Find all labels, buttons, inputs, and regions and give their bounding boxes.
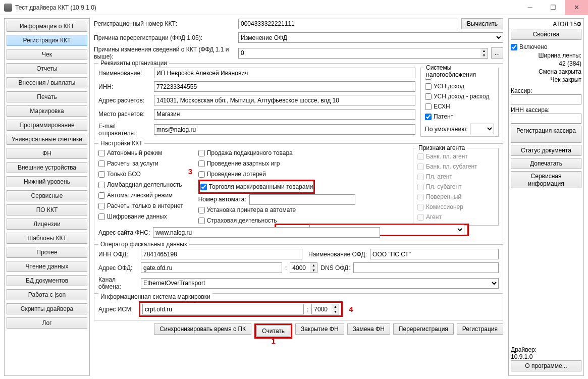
nav-item-3[interactable]: Отчеты — [7, 63, 87, 74]
tax-option-2[interactable]: УСН доход - расход — [425, 91, 494, 101]
ism-addr-input[interactable] — [142, 304, 304, 314]
kkt-b-2[interactable]: Проведение лотерей — [198, 169, 355, 179]
nav-item-20[interactable]: Скрипты драйвера — [7, 303, 87, 314]
kkt-a-4[interactable]: Автоматический режим — [98, 190, 183, 200]
nav-item-10[interactable]: Внешние устройства — [7, 162, 87, 173]
nav-item-21[interactable]: Лог — [7, 317, 87, 329]
sync-time-button[interactable]: Синхронизировать время с ПК — [154, 323, 251, 335]
annotation-4: 4 — [349, 305, 353, 313]
minimize-button[interactable]: ─ — [518, 0, 542, 15]
compute-button[interactable]: Вычислить — [461, 18, 503, 29]
close-button[interactable]: ✕ — [565, 0, 588, 15]
fns-input[interactable] — [153, 227, 380, 238]
maximize-button[interactable]: ☐ — [542, 0, 565, 15]
org-fieldset: Реквизиты организации Наименование: ИНН:… — [94, 63, 503, 140]
kkt-a-5[interactable]: Расчеты только в интернет — [98, 201, 183, 211]
agent-option-1: Банк. пл. субагент — [417, 161, 494, 172]
nav-item-12[interactable]: Сервисные — [7, 190, 87, 201]
automaton-number-input[interactable] — [249, 194, 355, 205]
service-info-button[interactable]: Сервисная информация — [511, 171, 581, 188]
kkt-a-1[interactable]: Расчеты за услуги — [98, 158, 183, 169]
ofd-inn-input[interactable] — [141, 249, 302, 259]
kkt-a-0[interactable]: Автономный режим — [98, 148, 183, 158]
ism-legend: Информационная система маркировки — [98, 293, 212, 300]
nav-item-11[interactable]: Нижний уровень — [7, 176, 87, 187]
nav-item-19[interactable]: Работа с json — [7, 289, 87, 300]
agent-legend: Признаки агента — [416, 144, 467, 151]
ofd-dns-input[interactable] — [353, 262, 499, 273]
tax-default-select[interactable] — [470, 124, 495, 134]
nav-item-9[interactable]: ФН — [7, 148, 87, 159]
tax-box: Системы налогообложения ОСНУСН доходУСН … — [420, 68, 499, 137]
nav-item-15[interactable]: Шаблоны ККТ — [7, 233, 87, 244]
ism-port-input[interactable] — [311, 304, 332, 314]
ofd-name-input[interactable] — [370, 249, 499, 259]
ofd-dns-label: DNS ОФД: — [320, 264, 350, 272]
ofd-port-input[interactable] — [290, 262, 310, 273]
ofd-port-spinner[interactable]: ▲▼ — [310, 262, 317, 273]
ofd-fieldset: Оператор фискальных данных ИНН ОФД: Наим… — [94, 244, 503, 294]
nav-item-14[interactable]: Лицензии — [7, 219, 87, 230]
tax-option-3[interactable]: ЕСХН — [425, 101, 494, 112]
cashier-label: Кассир: — [511, 87, 581, 94]
nav-item-1[interactable]: Регистрация ККТ — [7, 35, 87, 46]
ofd-addr-input[interactable] — [141, 262, 282, 273]
reg-num-input[interactable] — [238, 19, 458, 29]
kkt-a-3[interactable]: Ломбардная деятельность — [98, 180, 183, 190]
doc-status-button[interactable]: Статус документа — [511, 145, 581, 156]
nav-item-17[interactable]: Чтение данных — [7, 261, 87, 272]
about-button[interactable]: О программе... — [511, 360, 581, 371]
nav-item-2[interactable]: Чек — [7, 49, 87, 60]
close-fn-button[interactable]: Закрытие ФН — [295, 323, 344, 335]
reg-num-label: Регистрационный номер ККТ: — [94, 20, 235, 27]
kkt-b-5[interactable]: Установка принтера в автомате — [198, 205, 355, 215]
agent-box: Признаки агента Банк. пл. агентБанк. пл.… — [413, 148, 499, 226]
ism-port-spinner[interactable]: ▲▼ — [332, 304, 339, 314]
driver-version: 10.9.1.0 — [511, 353, 581, 360]
ofd-channel-select[interactable]: EthernetOverTransport — [141, 278, 499, 289]
properties-button[interactable]: Свойства — [511, 29, 581, 40]
tax-option-4[interactable]: Патент — [425, 112, 494, 122]
enabled-check[interactable]: Включено — [511, 42, 581, 52]
reg-cashier-button[interactable]: Регистрация кассира — [511, 126, 581, 143]
cashier-input[interactable] — [511, 94, 581, 104]
nav-item-13[interactable]: ПО ККТ — [7, 204, 87, 215]
cashier-inn-input[interactable] — [511, 114, 581, 124]
reg-button[interactable]: Регистрация — [457, 323, 503, 335]
nav-item-18[interactable]: БД документов — [7, 275, 87, 286]
nav-item-7[interactable]: Программирование — [7, 120, 87, 131]
replace-fn-button[interactable]: Замена ФН — [347, 323, 390, 335]
kkt-b-3[interactable]: Торговля маркированными товарами — [200, 182, 313, 192]
org-name-input[interactable] — [154, 68, 415, 78]
org-inn-input[interactable] — [154, 81, 415, 92]
nav-item-16[interactable]: Прочее — [7, 247, 87, 258]
change-reasons-input[interactable] — [238, 48, 480, 59]
rereg-reason-select[interactable]: Изменение ОФД — [238, 32, 503, 43]
kkt-a-2[interactable]: Только БСО — [98, 169, 183, 179]
fns-label: Адрес сайта ФНС: — [98, 229, 150, 236]
agent-option-4: Поверенный — [417, 192, 494, 202]
kkt-a-6[interactable]: Шифрование данных — [98, 211, 183, 222]
rereg-button[interactable]: Перерегистрация — [393, 323, 454, 335]
agent-option-2: Пл. агент — [417, 172, 494, 182]
change-reasons-more[interactable]: ... — [491, 47, 503, 59]
org-addr-input[interactable] — [154, 95, 415, 105]
org-email-input[interactable] — [154, 124, 415, 135]
kkt-b-0[interactable]: Продажа подакцизного товара — [198, 148, 355, 158]
nav-item-8[interactable]: Универсальные счетчики — [7, 134, 87, 145]
nav-item-0[interactable]: Информация о ККТ — [7, 21, 87, 32]
nav-item-4[interactable]: Внесения / выплаты — [7, 77, 87, 88]
tax-legend: Системы налогообложения — [424, 64, 498, 78]
nav-item-5[interactable]: Печать — [7, 91, 87, 102]
read-button[interactable]: Считать — [256, 326, 290, 337]
device-name: АТОЛ 15Ф — [511, 21, 581, 28]
app-icon — [4, 4, 12, 12]
reprint-button[interactable]: Допечатать — [511, 158, 581, 169]
nav-item-6[interactable]: Маркировка — [7, 105, 87, 117]
ofd-channel-label: Канал обмена: — [98, 276, 138, 290]
change-reasons-spinner[interactable]: ▲▼ — [480, 48, 488, 59]
kkt-b-1[interactable]: Проведение азартных игр — [198, 158, 355, 169]
tax-option-1[interactable]: УСН доход — [425, 81, 494, 91]
tape-label: Ширина ленты: — [511, 52, 581, 59]
org-place-input[interactable] — [154, 109, 415, 120]
